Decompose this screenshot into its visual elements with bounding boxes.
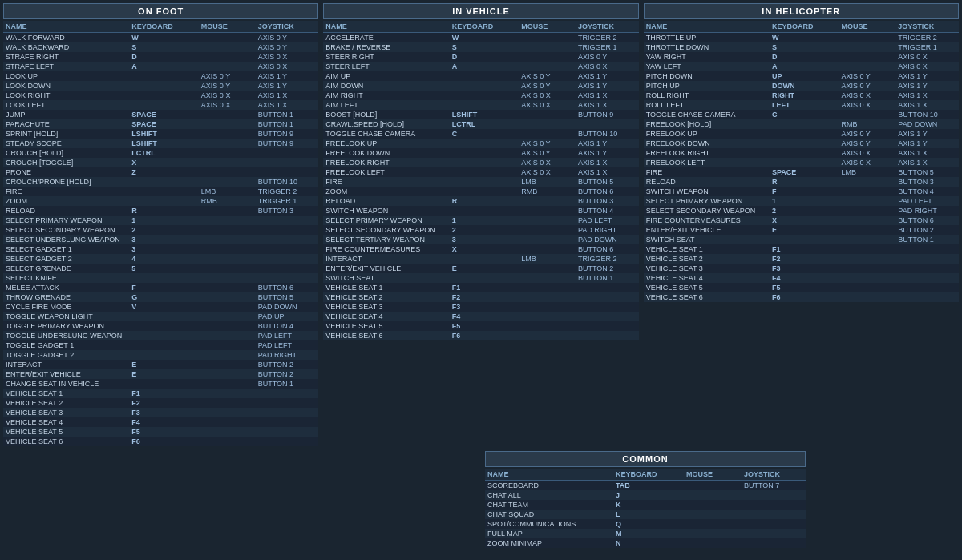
keyboard-cell: X <box>129 158 199 167</box>
joystick-cell: BUTTON 6 <box>576 187 639 196</box>
mouse-cell <box>519 42 576 52</box>
table-row: PITCH UPDOWNAXIS 0 YAXIS 1 Y <box>644 81 959 91</box>
name-cell: VEHICLE SEAT 6 <box>323 331 449 340</box>
name-cell: CHAT TEAM <box>485 500 613 510</box>
table-row: BRAKE / REVERSESTRIGGER 1 <box>323 42 638 52</box>
keyboard-cell: LEFT <box>770 100 839 110</box>
keyboard-cell <box>129 379 199 389</box>
name-cell: STEER RIGHT <box>323 52 449 62</box>
keyboard-cell <box>450 167 519 177</box>
table-row: SELECT GADGET 24 <box>3 254 318 264</box>
joystick-cell: AXIS 1 X <box>576 158 639 167</box>
mouse-cell <box>199 437 256 446</box>
keyboard-cell: F3 <box>770 264 839 273</box>
name-cell: FULL MAP <box>485 529 613 538</box>
joystick-cell <box>895 283 959 292</box>
name-cell: STEADY SCOPE <box>3 139 129 148</box>
keyboard-cell: R <box>129 206 199 216</box>
joystick-cell: BUTTON 9 <box>256 129 319 139</box>
keyboard-cell <box>770 158 839 167</box>
keyboard-cell: A <box>129 62 199 71</box>
joystick-cell: AXIS 0 X <box>895 62 959 71</box>
mouse-cell <box>199 340 256 350</box>
table-row: TOGGLE GADGET 1PAD LEFT <box>3 340 318 350</box>
table-row: TOGGLE CHASE CAMERACBUTTON 10 <box>644 110 959 119</box>
name-cell: FREELOOK UP <box>323 139 449 148</box>
mouse-cell <box>519 264 576 273</box>
name-cell: FREELOOK DOWN <box>323 148 449 158</box>
keyboard-cell: A <box>450 62 519 71</box>
keyboard-cell: Q <box>613 519 684 529</box>
keyboard-cell: SPACE <box>129 110 199 119</box>
keyboard-cell <box>129 273 199 283</box>
in-vehicle-title: IN VEHICLE <box>323 3 638 19</box>
mouse-cell: RMB <box>199 196 256 206</box>
name-cell: TOGGLE UNDERSLUNG WEAPON <box>3 331 129 340</box>
joystick-cell <box>895 244 959 254</box>
table-row: STRAFE LEFTAAXIS 0 X <box>3 62 318 71</box>
name-cell: MELEE ATTACK <box>3 283 129 292</box>
mouse-cell <box>519 33 576 43</box>
mouse-cell <box>199 42 256 52</box>
mouse-cell <box>684 490 742 500</box>
keyboard-cell: F1 <box>450 283 519 292</box>
name-cell: RELOAD <box>644 177 770 187</box>
table-row: SELECT KNIFE <box>3 273 318 283</box>
keyboard-cell: 5 <box>129 264 199 273</box>
mouse-cell: AXIS 0 X <box>519 158 576 167</box>
table-row: STEADY SCOPELSHIFTBUTTON 9 <box>3 139 318 148</box>
keyboard-cell: C <box>450 129 519 139</box>
mouse-cell <box>519 292 576 302</box>
table-row: RELOADRBUTTON 3 <box>323 196 638 206</box>
keyboard-cell <box>450 187 519 196</box>
table-row: FREELOOK LEFTAXIS 0 XAXIS 1 X <box>644 158 959 167</box>
joystick-cell: BUTTON 3 <box>895 177 959 187</box>
keyboard-cell: N <box>613 538 684 548</box>
joystick-cell: AXIS 0 Y <box>576 52 639 62</box>
keyboard-cell: R <box>770 177 839 187</box>
table-row: AIM DOWNAXIS 0 YAXIS 1 Y <box>323 81 638 91</box>
keyboard-cell: SPACE <box>770 167 839 177</box>
name-cell: ACCELERATE <box>323 33 449 43</box>
mouse-cell <box>199 33 256 43</box>
name-cell: AIM RIGHT <box>323 91 449 100</box>
name-cell: ENTER/EXIT VEHICLE <box>323 264 449 273</box>
joystick-cell: AXIS 1 X <box>895 148 959 158</box>
table-row: FREELOOK UPAXIS 0 YAXIS 1 Y <box>644 129 959 139</box>
keyboard-cell: F2 <box>129 398 199 408</box>
table-row: SWITCH SEATBUTTON 1 <box>644 235 959 244</box>
name-cell: LOOK RIGHT <box>3 91 129 100</box>
mouse-cell <box>199 158 256 167</box>
main-container: ON FOOT NAME KEYBOARD MOUSE JOYSTICK WAL… <box>3 3 959 446</box>
mouse-cell <box>519 312 576 321</box>
joystick-cell <box>256 167 319 177</box>
joystick-cell: PAD DOWN <box>895 119 959 129</box>
mouse-cell <box>519 321 576 331</box>
table-row: VEHICLE SEAT 5F5 <box>3 427 318 437</box>
name-cell: VEHICLE SEAT 5 <box>323 321 449 331</box>
joystick-cell: PAD RIGHT <box>895 206 959 216</box>
table-row: AIM UPAXIS 0 YAXIS 1 Y <box>323 71 638 81</box>
joystick-cell: AXIS 1 Y <box>256 71 319 81</box>
name-cell: STRAFE RIGHT <box>3 52 129 62</box>
name-cell: FREELOOK LEFT <box>644 158 770 167</box>
keyboard-cell: 3 <box>129 235 199 244</box>
keyboard-cell: F1 <box>770 244 839 254</box>
common-col-mouse: MOUSE <box>684 469 742 481</box>
keyboard-cell <box>450 158 519 167</box>
table-row: VEHICLE SEAT 1F1 <box>3 389 318 398</box>
mouse-cell <box>684 519 742 529</box>
keyboard-cell <box>129 321 199 331</box>
mouse-cell <box>199 331 256 340</box>
mouse-cell <box>839 264 896 273</box>
joystick-cell: TRIGGER 2 <box>576 254 639 264</box>
mouse-cell: RMB <box>839 119 896 129</box>
table-row: ROLL RIGHTRIGHTAXIS 0 XAXIS 1 X <box>644 91 959 100</box>
keyboard-cell: F2 <box>770 254 839 264</box>
table-row: STEER LEFTAAXIS 0 X <box>323 62 638 71</box>
joystick-cell <box>256 264 319 273</box>
name-cell: VEHICLE SEAT 2 <box>3 398 129 408</box>
keyboard-cell: F <box>770 187 839 196</box>
mouse-cell: AXIS 0 Y <box>519 148 576 158</box>
name-cell: FREELOOK DOWN <box>644 139 770 148</box>
